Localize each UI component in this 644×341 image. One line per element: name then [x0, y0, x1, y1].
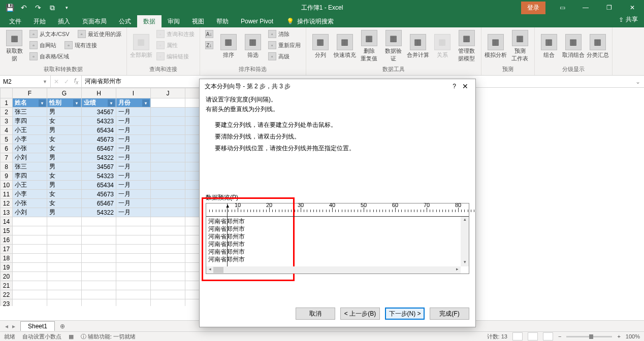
cell[interactable] — [151, 290, 185, 299]
column-header[interactable]: I — [116, 88, 151, 98]
cell[interactable] — [47, 263, 82, 272]
cell[interactable] — [13, 217, 47, 226]
cell[interactable] — [82, 245, 116, 254]
cell[interactable] — [151, 235, 185, 245]
cell[interactable] — [151, 153, 185, 162]
row-header[interactable]: 23 — [1, 299, 13, 306]
cell[interactable]: 男 — [47, 108, 82, 117]
table-header-cell[interactable]: 业绩▾ — [82, 98, 116, 108]
tab-视图[interactable]: 视图 — [186, 15, 210, 27]
row-header[interactable]: 15 — [1, 226, 13, 235]
cell[interactable] — [116, 217, 151, 226]
cell[interactable] — [47, 299, 82, 306]
cell[interactable] — [116, 263, 151, 272]
cell[interactable] — [151, 245, 185, 254]
cell[interactable] — [47, 245, 82, 254]
login-button[interactable]: 登录 — [521, 2, 545, 14]
page-break-view-icon[interactable] — [543, 332, 553, 340]
ribbon-button[interactable]: ▦快速填充 — [334, 28, 356, 64]
cell[interactable]: 女 — [47, 172, 82, 181]
cell[interactable]: 一月 — [116, 108, 151, 117]
record-macro-icon[interactable]: ▦ — [69, 333, 74, 340]
cell[interactable]: 男 — [47, 181, 82, 190]
cancel-formula-icon[interactable]: ✕ — [54, 78, 59, 85]
ribbon-button[interactable]: ▫从文本/CSV — [27, 28, 72, 40]
row-header[interactable]: 5 — [1, 135, 13, 144]
accessibility-icon[interactable]: ⓘ — [81, 333, 86, 339]
tab-公式[interactable]: 公式 — [113, 15, 137, 27]
column-header[interactable]: J — [151, 88, 185, 98]
sort-az-button[interactable]: A↓ — [203, 28, 215, 40]
cell[interactable]: 54322 — [82, 208, 116, 217]
cell[interactable] — [151, 254, 185, 263]
row-header[interactable]: 3 — [1, 117, 13, 126]
ribbon-button[interactable]: ▦分列 — [309, 28, 332, 64]
row-header[interactable]: 6 — [1, 144, 13, 153]
cell[interactable] — [151, 108, 185, 117]
cell[interactable]: 一月 — [116, 172, 151, 181]
row-header[interactable]: 4 — [1, 126, 13, 135]
preview-scrollbar-vertical[interactable]: ▴▾ — [461, 217, 469, 266]
cell[interactable] — [151, 190, 185, 199]
cell[interactable] — [151, 98, 185, 108]
cell[interactable] — [82, 281, 116, 290]
ribbon-button[interactable]: ▦模拟分析 — [485, 28, 507, 64]
normal-view-icon[interactable] — [512, 332, 523, 340]
cell[interactable]: 女 — [47, 190, 82, 199]
filter-dropdown-icon[interactable]: ▾ — [108, 99, 115, 107]
minimize-icon[interactable]: — — [574, 0, 597, 15]
tab-开始[interactable]: 开始 — [27, 15, 52, 27]
cell[interactable] — [116, 272, 151, 281]
sheet-nav-prev-icon[interactable]: ◂ — [5, 323, 8, 330]
table-header-cell[interactable]: 性别▾ — [47, 98, 82, 108]
cell[interactable]: 一月 — [116, 199, 151, 208]
row-header[interactable]: 17 — [1, 245, 13, 254]
tab-数据[interactable]: 数据 — [137, 15, 162, 27]
cell[interactable]: 女 — [47, 199, 82, 208]
cell[interactable]: 一月 — [116, 144, 151, 153]
cell[interactable] — [151, 199, 185, 208]
back-button[interactable]: < 上一步(B) — [340, 308, 380, 320]
cell[interactable] — [116, 245, 151, 254]
cell[interactable]: 34567 — [82, 162, 116, 172]
row-header[interactable]: 20 — [1, 272, 13, 281]
ribbon-button[interactable]: ▫最近使用的源 — [76, 28, 123, 40]
cell[interactable] — [151, 117, 185, 126]
redo-icon[interactable]: ↷ — [31, 1, 45, 14]
cell[interactable]: 男 — [47, 153, 82, 162]
share-button[interactable]: ⇪ 共享 — [619, 15, 638, 24]
tab-审阅[interactable]: 审阅 — [162, 15, 186, 27]
cell[interactable]: 54323 — [82, 117, 116, 126]
row-header[interactable]: 10 — [1, 181, 13, 190]
row-header[interactable]: 14 — [1, 217, 13, 226]
cell[interactable] — [116, 299, 151, 306]
zoom-level[interactable]: 100% — [626, 333, 640, 339]
row-header[interactable]: 2 — [1, 108, 13, 117]
cell[interactable]: 65434 — [82, 181, 116, 190]
tab-Power Pivot[interactable]: Power Pivot — [235, 15, 279, 27]
data-preview[interactable]: 1020304050607080 ▲ 河南省郑州市河南省郑州市河南省郑州市河南省… — [206, 203, 469, 274]
ribbon-button[interactable]: ▦筛选 — [242, 28, 264, 64]
table-header-cell[interactable]: 月份▾ — [116, 98, 151, 108]
close-icon[interactable]: ✕ — [621, 0, 644, 15]
row-header[interactable]: 1 — [1, 98, 13, 108]
zoom-out-icon[interactable]: − — [558, 333, 561, 339]
next-button[interactable]: 下一步(N) > — [385, 308, 425, 320]
cell[interactable] — [47, 254, 82, 263]
ribbon-button[interactable]: ▫自表格/区域 — [27, 51, 71, 62]
cell[interactable] — [82, 254, 116, 263]
cell[interactable]: 65467 — [82, 199, 116, 208]
add-sheet-icon[interactable]: ⊕ — [55, 323, 70, 330]
cell[interactable] — [13, 290, 47, 299]
cell[interactable] — [13, 226, 47, 235]
cell[interactable] — [13, 299, 47, 306]
cell[interactable] — [151, 208, 185, 217]
cell[interactable]: 张三 — [13, 108, 47, 117]
row-header[interactable]: 16 — [1, 235, 13, 245]
cell[interactable] — [47, 290, 82, 299]
cell[interactable]: 男 — [47, 126, 82, 135]
cell[interactable] — [13, 254, 47, 263]
cell[interactable] — [151, 217, 185, 226]
cell[interactable] — [47, 272, 82, 281]
cell[interactable]: 一月 — [116, 162, 151, 172]
